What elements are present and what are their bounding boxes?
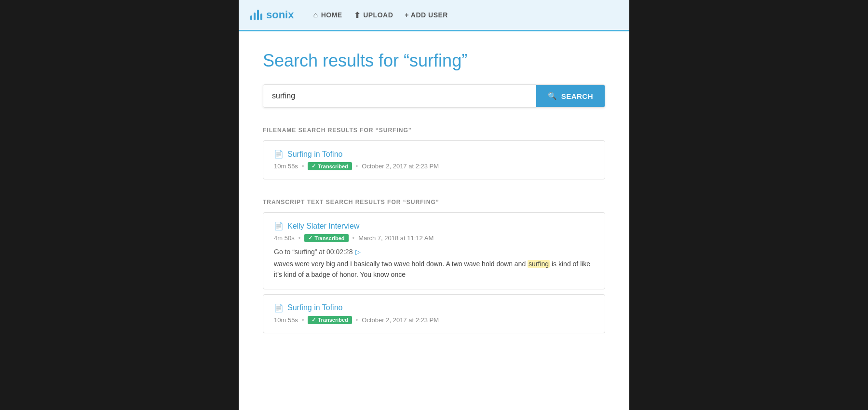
transcript-result-1-meta: 4m 50s • ✓ Transcribed • March 7, 2018 a… (274, 234, 594, 242)
play-icon: ▷ (355, 248, 361, 256)
main-nav: ⌂ HOME ⬆ UPLOAD + ADD USER (313, 11, 448, 20)
nav-upload[interactable]: ⬆ UPLOAD (354, 11, 393, 20)
transcript-result-2-title[interactable]: 📄 Surfing in Tofino (274, 303, 594, 313)
transcribed-badge: ✓ Transcribed (304, 234, 348, 242)
upload-icon: ⬆ (354, 11, 361, 20)
logo-icon (250, 10, 262, 20)
nav-add-user[interactable]: + ADD USER (405, 11, 448, 19)
go-to-link[interactable]: Go to “surfing” at 00:02:28 ▷ (274, 248, 594, 256)
filename-result-1-meta: 10m 55s • ✓ Transcribed • October 2, 201… (274, 162, 594, 170)
transcript-section-title: TRANSCRIPT TEXT SEARCH RESULTS FOR “SURF… (263, 199, 605, 205)
transcript-section: TRANSCRIPT TEXT SEARCH RESULTS FOR “SURF… (263, 199, 605, 333)
dot: • (302, 163, 304, 170)
filename-section-title: FILENAME SEARCH RESULTS FOR “SURFING” (263, 127, 605, 134)
file-icon: 📄 (274, 221, 284, 231)
check-icon: ✓ (312, 163, 316, 169)
date: October 2, 2017 at 2:23 PM (362, 316, 439, 324)
transcript-result-2-meta: 10m 55s • ✓ Transcribed • October 2, 201… (274, 316, 594, 324)
transcript-result-2[interactable]: 📄 Surfing in Tofino 10m 55s • ✓ Transcri… (263, 294, 605, 333)
dot: • (356, 163, 358, 170)
duration: 10m 55s (274, 163, 298, 170)
duration: 10m 55s (274, 316, 298, 324)
home-icon: ⌂ (313, 11, 318, 19)
logo[interactable]: sonix (250, 9, 294, 21)
transcript-result-1[interactable]: 📄 Kelly Slater Interview 4m 50s • ✓ Tran… (263, 212, 605, 289)
search-button[interactable]: 🔍 SEARCH (536, 85, 605, 107)
search-icon: 🔍 (548, 92, 557, 100)
search-input[interactable] (263, 85, 536, 107)
file-icon: 📄 (274, 303, 284, 313)
dot: • (298, 234, 301, 242)
transcript-result-1-title[interactable]: 📄 Kelly Slater Interview (274, 221, 594, 231)
highlight-word: surfing (528, 260, 550, 268)
main-header: sonix ⌂ HOME ⬆ UPLOAD + ADD USER (239, 0, 629, 31)
check-icon: ✓ (312, 317, 316, 323)
page-title: Search results for “surfing” (263, 51, 605, 71)
filename-result-1[interactable]: 📄 Surfing in Tofino 10m 55s • ✓ Transcri… (263, 140, 605, 179)
date: October 2, 2017 at 2:23 PM (362, 163, 439, 170)
filename-result-1-title[interactable]: 📄 Surfing in Tofino (274, 150, 594, 159)
dot: • (356, 316, 358, 324)
transcribed-badge: ✓ Transcribed (308, 316, 352, 324)
filename-section: FILENAME SEARCH RESULTS FOR “SURFING” 📄 … (263, 127, 605, 179)
dot: • (353, 234, 355, 242)
excerpt-before: waves were very big and I basically two … (274, 260, 528, 268)
file-icon: 📄 (274, 150, 284, 159)
dot: • (302, 316, 304, 324)
transcript-excerpt: waves were very big and I basically two … (274, 259, 594, 280)
nav-home[interactable]: ⌂ HOME (313, 11, 342, 19)
duration: 4m 50s (274, 234, 295, 242)
check-icon: ✓ (308, 235, 312, 241)
transcribed-badge: ✓ Transcribed (308, 162, 352, 170)
main-content: Search results for “surfing” 🔍 SEARCH FI… (239, 31, 629, 372)
search-bar: 🔍 SEARCH (263, 84, 605, 108)
date: March 7, 2018 at 11:12 AM (358, 234, 434, 242)
logo-text: sonix (266, 9, 294, 21)
